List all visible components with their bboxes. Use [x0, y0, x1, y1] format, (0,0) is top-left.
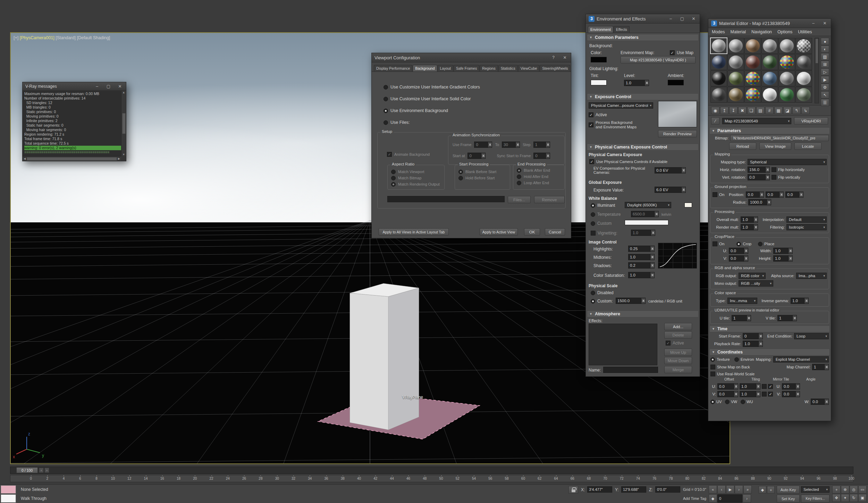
wu-radio[interactable]: [741, 400, 745, 404]
menu-utilities[interactable]: Utilities: [798, 29, 812, 34]
sample-slot[interactable]: [761, 54, 778, 70]
sample-tiling-icon[interactable]: ⊞: [821, 61, 829, 68]
scroll-left-icon[interactable]: ◀: [24, 157, 26, 160]
selection-filter-dropdown[interactable]: Selected: [801, 486, 829, 493]
selection-lock-toggle[interactable]: [568, 486, 578, 494]
sample-slot[interactable]: [778, 54, 795, 70]
tab-environment[interactable]: Environment: [588, 26, 613, 33]
macro-recorder-field[interactable]: [1, 485, 16, 494]
sample-slot[interactable]: [778, 70, 795, 86]
minimize-icon[interactable]: –: [666, 15, 675, 22]
background-option-use-environment-background[interactable]: Use Environment Background: [384, 107, 480, 114]
radio-match-viewport[interactable]: Match Viewport: [391, 169, 440, 175]
walk-through-icon[interactable]: ✦: [841, 494, 849, 502]
temperature-radio[interactable]: Temperature: [591, 211, 621, 218]
color-saturation-field[interactable]: 1.0: [628, 272, 655, 278]
crop-u-field[interactable]: 0.0: [729, 248, 748, 254]
filtering-dropdown[interactable]: Isotropic: [786, 224, 827, 230]
vray-horizontal-scrollbar[interactable]: ◀ ▶: [23, 156, 121, 161]
time-slider-handle[interactable]: 0 / 100: [16, 467, 38, 473]
v-angle-field[interactable]: 0.0: [782, 391, 800, 397]
next-key-icon[interactable]: ›: [743, 494, 751, 503]
position-y-field[interactable]: 0.0: [766, 191, 784, 198]
radio-blank-after-end[interactable]: Blank After End: [517, 167, 550, 173]
overall-mult-field[interactable]: 1.0: [741, 216, 758, 223]
apply-all-views-button[interactable]: Apply to All Views in Active Layout Tab: [379, 228, 449, 236]
put-to-library-icon[interactable]: ▤: [756, 107, 765, 114]
material-id-channel-icon[interactable]: #: [765, 107, 774, 114]
crop-v-field[interactable]: 0.0: [729, 255, 748, 262]
sample-slot[interactable]: [710, 87, 727, 103]
active-checkbox[interactable]: Active: [589, 111, 607, 118]
ground-on-checkbox[interactable]: [713, 192, 717, 197]
v-tiling-field[interactable]: 1.0: [740, 391, 760, 397]
v-tile-checkbox[interactable]: [768, 392, 773, 397]
crop-radio[interactable]: [736, 242, 741, 246]
position-z-field[interactable]: 0.0: [785, 191, 803, 198]
tab-safe-frames[interactable]: Safe Frames: [454, 65, 479, 71]
uv-radio[interactable]: [710, 400, 715, 404]
maximize-icon[interactable]: ▢: [104, 83, 113, 90]
rollout-time[interactable]: Time: [709, 325, 830, 332]
minimize-icon[interactable]: –: [92, 83, 102, 90]
locate-button[interactable]: Locate: [794, 143, 821, 150]
assign-material-to-selection-icon[interactable]: ↧: [729, 107, 738, 114]
step-field[interactable]: 1: [533, 142, 550, 148]
maxscript-mini-listener[interactable]: [1, 494, 16, 503]
background-option-use-customize-user-interface-gradient-colors[interactable]: Use Customize User Interface Gradient Co…: [384, 84, 480, 91]
zoom-extents-icon[interactable]: ◎: [850, 486, 858, 494]
vray-messages-window[interactable]: V-Ray messages – ▢ ✕ Maximum memory usag…: [22, 82, 126, 161]
tint-swatch[interactable]: [591, 80, 607, 85]
background-option-use-customize-user-interface-solid-color[interactable]: Use Customize User Interface Solid Color: [384, 95, 480, 102]
maximize-icon[interactable]: ▢: [677, 15, 687, 22]
vw-radio[interactable]: [725, 400, 730, 404]
pan-icon[interactable]: ✥: [832, 494, 841, 502]
sample-slot[interactable]: [778, 38, 795, 54]
go-to-end-icon[interactable]: »: [743, 485, 752, 494]
illuminant-radio[interactable]: Illuminant: [591, 202, 615, 209]
inverse-gamma-field[interactable]: 1.0: [791, 298, 809, 304]
level-field[interactable]: 1.0: [624, 80, 649, 86]
next-frame-arrow-icon[interactable]: ›: [44, 468, 49, 473]
vray-titlebar[interactable]: V-Ray messages – ▢ ✕: [23, 82, 126, 91]
custom-white-balance-swatch[interactable]: [625, 220, 668, 225]
background-color-swatch[interactable]: [591, 57, 607, 62]
reset-map-icon[interactable]: ✖: [738, 107, 747, 114]
viewport-menu-plus[interactable]: [+]: [14, 35, 18, 40]
radio-match-rendering-output[interactable]: Match Rendering Output: [391, 181, 440, 187]
previous-frame-arrow-icon[interactable]: ‹: [39, 468, 44, 473]
sample-slot[interactable]: [795, 38, 812, 54]
sample-slot[interactable]: [744, 54, 761, 70]
render-preview-button[interactable]: Render Preview: [658, 130, 697, 137]
sample-slots-scrollbar[interactable]: [815, 38, 819, 103]
z-coordinate-field[interactable]: 0'0.0": [655, 486, 680, 493]
add-effect-button[interactable]: Add...: [664, 323, 692, 330]
render-mult-field[interactable]: 1.0: [741, 224, 758, 230]
sample-slot[interactable]: [710, 70, 727, 86]
material-editor-window[interactable]: 3 Material Editor - Map #2138380549 – ✕ …: [708, 18, 831, 421]
menu-navigation[interactable]: Navigation: [751, 29, 772, 34]
orbit-icon[interactable]: ↻: [850, 494, 858, 502]
radius-field[interactable]: 1000.0: [748, 199, 771, 205]
viewport-shading-label[interactable]: [Standard] [Default Shading]: [56, 35, 110, 40]
sample-slot[interactable]: [761, 70, 778, 86]
texture-radio[interactable]: [710, 357, 715, 362]
scroll-right-icon[interactable]: ▶: [118, 157, 120, 160]
background-icon[interactable]: ▨: [821, 53, 829, 60]
remove-button[interactable]: Remove: [534, 196, 565, 203]
sample-slot[interactable]: [761, 38, 778, 54]
flip-vertically-checkbox[interactable]: [772, 175, 776, 180]
start-frame-field[interactable]: 0: [743, 333, 763, 339]
use-real-world-scale-checkbox[interactable]: [710, 372, 715, 376]
put-material-to-scene-icon[interactable]: ↥: [720, 107, 728, 114]
radio-match-bitmap[interactable]: Match Bitmap: [391, 175, 440, 181]
x-coordinate-field[interactable]: 3'4.477": [587, 486, 612, 493]
move-down-button[interactable]: Move Down: [664, 357, 692, 364]
previous-frame-icon[interactable]: ‹: [717, 485, 726, 494]
u-offset-field[interactable]: 0.0: [717, 383, 738, 390]
sample-slot[interactable]: [727, 54, 744, 70]
play-icon[interactable]: ▶: [726, 485, 734, 494]
position-x-field[interactable]: 0.0: [746, 191, 764, 198]
u-tile-field[interactable]: 1: [732, 315, 751, 321]
scroll-thumb[interactable]: [27, 157, 117, 161]
